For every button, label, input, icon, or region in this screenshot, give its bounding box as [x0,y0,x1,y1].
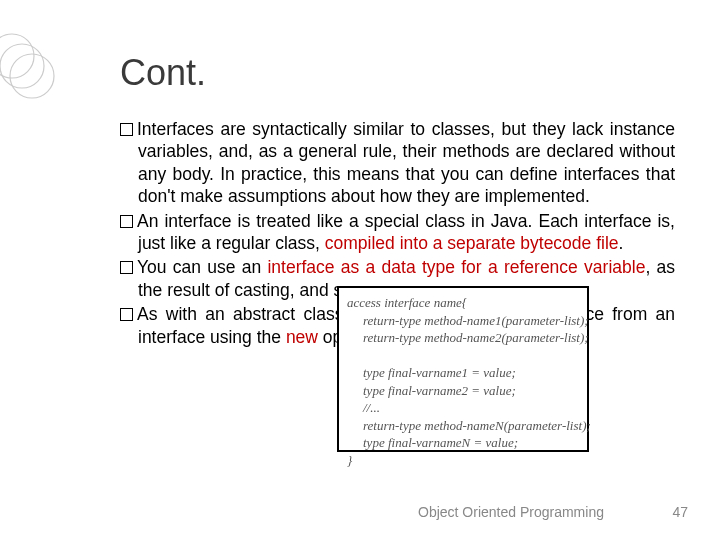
syntax-line: type final-varnameN = value; [347,434,579,452]
highlight-text: interface as a data type for a reference… [267,257,645,277]
decorative-circles [0,28,60,138]
footer-page-number: 47 [672,504,688,520]
syntax-line: //... [347,399,579,417]
syntax-line: type final-varname2 = value; [347,382,579,400]
checkbox-icon [120,308,133,321]
bullet-2: An interface is treated like a special c… [120,210,675,255]
syntax-line: return-type method-name2(parameter-list)… [347,329,579,347]
syntax-line: return-type method-nameN(parameter-list)… [347,417,579,435]
syntax-box: access interface name{ return-type metho… [337,286,589,452]
syntax-line: } [347,452,579,470]
checkbox-icon [120,261,133,274]
svg-point-2 [10,54,54,98]
highlight-text: new [286,327,318,347]
syntax-line: access interface name{ [347,294,579,312]
bullet-1: Interfaces are syntactically similar to … [120,118,675,208]
svg-point-1 [0,44,44,88]
checkbox-icon [120,123,133,136]
syntax-line: type final-varname1 = value; [347,364,579,382]
syntax-line: return-type method-name1(parameter-list)… [347,312,579,330]
slide-title: Cont. [120,52,206,94]
highlight-text: compiled into a separate bytecode file [325,233,619,253]
svg-point-0 [0,34,34,78]
syntax-line [347,347,579,365]
footer-course: Object Oriented Programming [418,504,604,520]
checkbox-icon [120,215,133,228]
